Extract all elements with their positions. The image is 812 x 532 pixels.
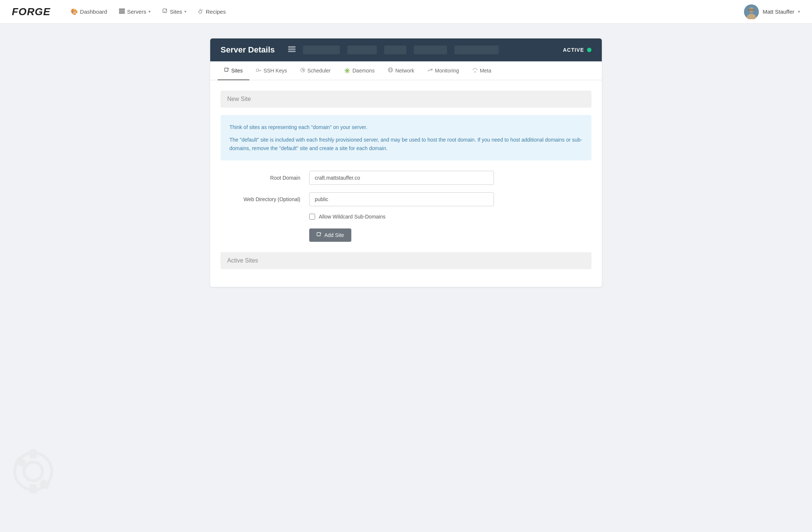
server-header-info [288, 45, 556, 54]
new-site-form: Root Domain Web Directory (Optional) All… [221, 171, 591, 242]
server-header: Server Details ACTIVE [210, 38, 602, 61]
navbar: FORGE 🎨 Dashboard Servers ▾ [0, 0, 812, 24]
svg-point-16 [256, 69, 259, 71]
tab-content: New Site Think of sites as representing … [210, 80, 602, 287]
tab-daemons[interactable]: ✳️ Daemons [337, 62, 381, 80]
bg-decoration [7, 434, 81, 510]
wildcard-row: Allow Wildcard Sub-Domains [309, 214, 591, 220]
svg-rect-29 [30, 484, 37, 494]
nav-sites[interactable]: Sites ▾ [157, 6, 192, 18]
svg-point-4 [199, 10, 202, 13]
tab-sites[interactable]: Sites [218, 62, 249, 80]
nav-servers[interactable]: Servers ▾ [114, 6, 156, 18]
active-sites-header: Active Sites [221, 252, 591, 269]
active-sites-section: Active Sites [221, 252, 591, 269]
web-directory-row: Web Directory (Optional) [221, 192, 591, 206]
svg-rect-13 [288, 48, 296, 50]
user-dropdown-icon: ▾ [798, 9, 800, 14]
nav-dashboard[interactable]: 🎨 Dashboard [65, 5, 112, 18]
tab-monitoring[interactable]: Monitoring [421, 62, 465, 80]
avatar [744, 4, 759, 19]
server-info-4 [414, 45, 447, 54]
tab-network-icon [388, 67, 393, 74]
sites-dropdown-icon: ▾ [184, 9, 187, 14]
info-text-2: The "default" site is included with each… [229, 136, 583, 152]
svg-rect-31 [39, 479, 51, 490]
root-domain-row: Root Domain [221, 171, 591, 185]
root-domain-label: Root Domain [221, 175, 309, 181]
svg-rect-15 [225, 68, 228, 71]
user-menu[interactable]: Matt Stauffer ▾ [744, 4, 800, 19]
wildcard-label[interactable]: Allow Wildcard Sub-Domains [319, 214, 386, 220]
tab-monitoring-icon [427, 68, 433, 74]
active-sites-title: Active Sites [227, 257, 258, 264]
main-content: Server Details ACTIVE [203, 38, 609, 287]
server-list-icon [288, 46, 296, 54]
servers-dropdown-icon: ▾ [149, 9, 151, 14]
brand-logo[interactable]: FORGE [12, 6, 51, 18]
root-domain-input[interactable] [309, 171, 494, 185]
dashboard-icon: 🎨 [71, 8, 78, 15]
user-name: Matt Stauffer [762, 9, 794, 15]
sites-icon [163, 9, 168, 15]
servers-icon [119, 9, 125, 15]
svg-rect-30 [15, 457, 27, 468]
server-info-1 [303, 45, 340, 54]
nav-items: 🎨 Dashboard Servers ▾ Sites ▾ [65, 5, 744, 18]
add-site-btn-row: Add Site [309, 228, 591, 242]
svg-rect-2 [119, 12, 125, 14]
tab-ssh-keys[interactable]: SSH Keys [249, 62, 294, 80]
recipes-icon [198, 9, 204, 15]
tab-sites-icon [224, 68, 229, 74]
svg-rect-1 [119, 10, 125, 12]
new-site-section-header: New Site [221, 91, 591, 108]
tab-daemons-icon: ✳️ [344, 68, 350, 74]
nav-recipes[interactable]: Recipes [193, 6, 231, 18]
server-status: ACTIVE [563, 47, 591, 53]
tab-ssh-icon [256, 68, 261, 74]
status-indicator [587, 48, 591, 52]
svg-rect-0 [119, 9, 125, 10]
tab-scheduler-icon [300, 68, 305, 74]
svg-rect-12 [288, 46, 296, 48]
info-box: Think of sites as representing each "dom… [221, 115, 591, 160]
tabs-bar: Sites SSH Keys [210, 61, 602, 80]
svg-rect-25 [317, 233, 320, 236]
info-text-1: Think of sites as representing each "dom… [229, 123, 583, 131]
tab-meta-icon [472, 68, 478, 74]
status-label: ACTIVE [563, 47, 584, 53]
server-header-title: Server Details [221, 45, 275, 55]
server-card: Server Details ACTIVE [210, 38, 602, 287]
tab-scheduler[interactable]: Scheduler [294, 62, 337, 80]
web-directory-input[interactable] [309, 192, 494, 206]
svg-rect-28 [30, 449, 37, 458]
svg-point-27 [24, 462, 42, 481]
add-site-btn-icon [317, 232, 321, 238]
server-info-2 [347, 45, 377, 54]
server-info-5 [454, 45, 499, 54]
svg-rect-14 [288, 51, 296, 52]
web-directory-label: Web Directory (Optional) [221, 196, 309, 202]
tab-network[interactable]: Network [381, 61, 421, 80]
tab-meta[interactable]: Meta [466, 62, 498, 80]
server-info-3 [384, 45, 406, 54]
wildcard-checkbox[interactable] [309, 214, 315, 220]
new-site-title: New Site [227, 96, 251, 102]
svg-point-26 [15, 453, 52, 490]
add-site-button[interactable]: Add Site [309, 228, 351, 242]
